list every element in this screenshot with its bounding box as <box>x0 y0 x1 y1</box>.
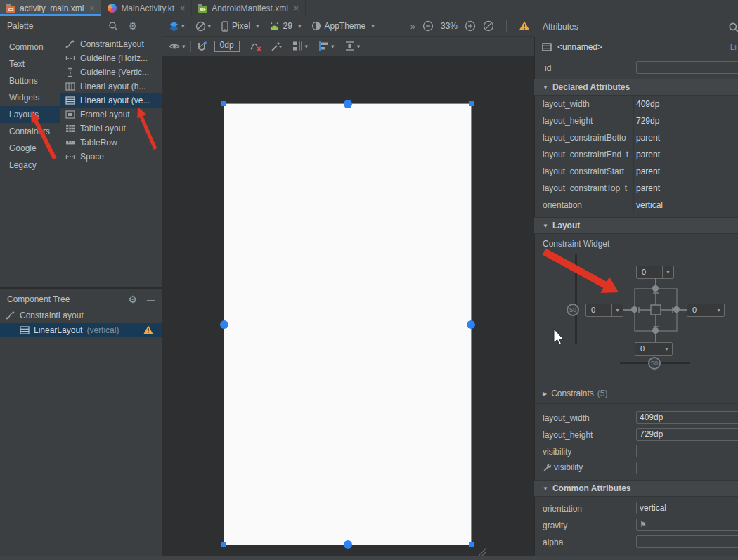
tab-close-icon[interactable]: × <box>89 4 94 13</box>
attr-value[interactable]: parent <box>636 167 660 176</box>
palette-item-guideline-horizontal[interactable]: Guideline (Horiz... <box>60 51 162 65</box>
zoom-to-fit-icon[interactable] <box>483 20 494 32</box>
selected-linearlayout-on-canvas[interactable] <box>224 103 472 545</box>
flag-icon[interactable] <box>640 519 647 529</box>
chevron-down-icon[interactable] <box>713 304 724 316</box>
palette-item-constraintlayout[interactable]: ConstraintLayout <box>60 37 162 51</box>
chevron-down-icon[interactable] <box>662 266 673 278</box>
tab-mainactivity-kt[interactable]: MainActivity.kt × <box>101 0 192 16</box>
attr-value[interactable]: 729dp <box>636 116 659 126</box>
constraint-anchor-top[interactable] <box>344 100 352 108</box>
palette-category-containers[interactable]: Containers <box>0 123 60 140</box>
search-icon[interactable] <box>108 21 118 31</box>
constraint-widget-square[interactable] <box>634 288 678 332</box>
palette-categories: Common Text Buttons Widgets Layouts Cont… <box>0 36 60 287</box>
tools-visibility-input[interactable] <box>636 462 738 474</box>
palette-item-tablelayout[interactable]: TableLayout <box>60 122 162 136</box>
palette-item-tablerow[interactable]: TableRow <box>60 136 162 150</box>
horizontal-bias-value[interactable]: 50 <box>648 357 661 370</box>
attr-name: layout_constraintBotto <box>543 133 631 143</box>
design-surface-selector[interactable] <box>169 21 185 32</box>
resize-handle-top-left[interactable] <box>221 101 226 106</box>
palette-item-linearlayout-vertical[interactable]: LinearLayout (ve... <box>60 93 162 108</box>
layout-height-input[interactable] <box>636 428 738 441</box>
minimize-icon[interactable] <box>147 21 155 31</box>
layout-width-input[interactable] <box>636 411 738 424</box>
palette-item-guideline-vertical[interactable]: Guideline (Vertic... <box>60 65 162 79</box>
section-declared-attributes[interactable]: Declared Attributes <box>534 79 738 96</box>
constraint-anchor-left[interactable] <box>220 320 228 329</box>
attr-value[interactable]: parent <box>636 133 660 143</box>
constraint-dot-left[interactable] <box>631 306 637 313</box>
palette-category-buttons[interactable]: Buttons <box>0 72 60 89</box>
chevron-down-icon[interactable] <box>611 304 623 316</box>
toolbar-overflow-icon[interactable]: » <box>410 21 415 32</box>
palette-item-linearlayout-horizontal[interactable]: LinearLayout (h... <box>60 79 162 93</box>
search-icon[interactable] <box>728 22 738 33</box>
palette-category-google[interactable]: Google <box>0 140 60 157</box>
palette-item-space[interactable]: Space <box>60 150 162 164</box>
warnings-icon[interactable] <box>519 21 530 31</box>
id-input[interactable] <box>636 61 738 74</box>
constraints-group-toggle[interactable]: Constraints (5) <box>543 389 608 398</box>
palette-item-framelayout[interactable]: FrameLayout <box>60 108 162 122</box>
distribute-menu[interactable] <box>344 41 361 51</box>
autoconnect-toggle[interactable] <box>196 41 207 52</box>
constraint-dot-bottom[interactable] <box>652 327 659 334</box>
design-toolbar-main: Pixel 29 AppTheme » 33% <box>162 16 534 37</box>
zoom-out-icon[interactable] <box>422 20 434 32</box>
margin-left-combo[interactable]: 0 <box>585 304 623 317</box>
resize-handle-top-right[interactable] <box>469 101 474 106</box>
palette-category-text[interactable]: Text <box>0 56 60 72</box>
gear-icon[interactable] <box>128 20 137 32</box>
device-selector[interactable]: Pixel <box>221 21 259 32</box>
alpha-input[interactable] <box>636 535 738 548</box>
infer-constraints-button[interactable] <box>271 41 282 52</box>
minimize-icon[interactable] <box>147 294 155 304</box>
attr-value[interactable]: 409dp <box>636 99 659 109</box>
warning-icon[interactable] <box>143 325 153 334</box>
default-margins-button[interactable]: 0dp <box>214 41 240 52</box>
design-canvas[interactable] <box>162 56 534 556</box>
zoom-in-icon[interactable] <box>465 20 476 32</box>
margin-right-combo[interactable]: 0 <box>687 304 725 317</box>
editor-tab-bar: <> activity_main.xml × MainActivity.kt ×… <box>0 0 738 17</box>
orientation-selector[interactable] <box>195 21 212 32</box>
attr-value[interactable]: parent <box>636 150 660 159</box>
align-menu[interactable] <box>318 41 335 51</box>
tab-activity-main-xml[interactable]: <> activity_main.xml × <box>0 0 101 16</box>
palette-category-legacy[interactable]: Legacy <box>0 157 60 174</box>
theme-selector[interactable]: AppTheme <box>311 21 375 31</box>
vertical-bias-value[interactable]: 50 <box>567 304 579 316</box>
section-common-attributes[interactable]: Common Attributes <box>534 480 738 497</box>
resize-handle-bottom-left[interactable] <box>221 542 226 547</box>
palette-category-layouts[interactable]: Layouts <box>0 106 60 123</box>
clear-constraints-button[interactable] <box>250 41 262 52</box>
palette-category-widgets[interactable]: Widgets <box>0 89 60 106</box>
tab-close-icon[interactable]: × <box>180 4 185 13</box>
api-level-selector[interactable]: 29 <box>269 21 302 31</box>
constraint-anchor-right[interactable] <box>467 320 475 329</box>
tab-close-icon[interactable]: × <box>294 4 299 13</box>
canvas-resize-grip[interactable] <box>473 547 487 556</box>
section-layout[interactable]: Layout <box>534 217 738 234</box>
pack-menu[interactable] <box>292 41 309 51</box>
chevron-down-icon[interactable] <box>661 343 672 355</box>
tree-item-linearlayout-vertical[interactable]: LinearLayout (vertical) <box>0 323 162 337</box>
tree-item-constraintlayout[interactable]: ConstraintLayout <box>0 308 162 323</box>
visibility-input[interactable] <box>636 445 738 457</box>
orientation-input[interactable] <box>636 502 738 514</box>
constraint-dot-top[interactable] <box>652 285 659 292</box>
constraint-dot-right[interactable] <box>673 306 680 313</box>
gravity-input[interactable] <box>636 519 738 531</box>
gear-icon[interactable] <box>128 294 137 305</box>
constraint-anchor-bottom[interactable] <box>344 540 352 549</box>
attr-value[interactable]: parent <box>636 183 660 193</box>
palette-category-common[interactable]: Common <box>0 39 60 56</box>
attr-value[interactable]: vertical <box>636 200 663 210</box>
margin-bottom-combo[interactable]: 0 <box>635 342 673 356</box>
vertical-bias-slider[interactable] <box>575 254 577 344</box>
tab-androidmanifest-xml[interactable]: MF AndroidManifest.xml × <box>192 0 306 16</box>
view-options[interactable] <box>169 42 186 51</box>
margin-top-combo[interactable]: 0 <box>636 266 674 279</box>
